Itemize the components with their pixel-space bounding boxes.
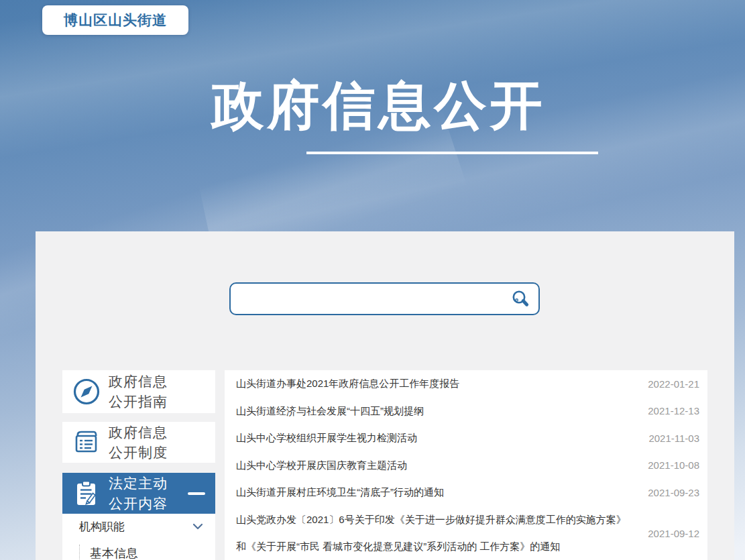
sidebar-item-label: 法定主动 公开内容 [109, 473, 168, 514]
page-background: 博山区山头街道 政府信息公开 [0, 0, 745, 560]
search-box [229, 282, 540, 315]
compass-icon [72, 377, 101, 406]
sidebar-subpanel: 机构职能 基本信息 [62, 514, 215, 560]
list-item-title[interactable]: 山头街道经济与社会发展“十四五”规划提纲 [236, 398, 648, 425]
content-panel: 政府信息 公开指南 [36, 231, 734, 560]
search-icon [510, 289, 530, 309]
sidebar-subitem-basic-info[interactable]: 基本信息 [79, 545, 138, 560]
chevron-down-icon [192, 523, 203, 530]
article-list: 山头街道办事处2021年政府信息公开工作年度报告 2022-01-21 山头街道… [225, 370, 707, 560]
list-item-title[interactable]: 山头中心学校开展庆国庆教育主题活动 [236, 452, 648, 479]
sidebar-item-label: 政府信息 公开制度 [109, 423, 168, 463]
list-item[interactable]: 山头中心学校开展庆国庆教育主题活动 2021-10-08 [225, 452, 707, 480]
site-badge[interactable]: 博山区山头街道 [42, 5, 188, 35]
site-badge-label: 博山区山头街道 [64, 11, 167, 30]
minus-icon [188, 492, 205, 495]
list-item[interactable]: 山头中心学校组织开展学生视力检测活动 2021-11-03 [225, 425, 707, 452]
list-item-title[interactable]: 山头街道开展村庄环境卫生“清底子”行动的通知 [236, 479, 648, 506]
list-item-date: 2021-09-23 [648, 487, 699, 498]
list-item-date: 2022-01-21 [648, 378, 699, 390]
sidebar-item-gov-info-system[interactable]: 政府信息 公开制度 [62, 422, 215, 463]
ledger-icon [72, 428, 101, 457]
list-item-title[interactable]: 山头中心学校组织开展学生视力检测活动 [236, 425, 648, 451]
sidebar-subitem-label: 基本信息 [90, 545, 138, 560]
list-item[interactable]: 山头街道办事处2021年政府信息公开工作年度报告 2022-01-21 [225, 370, 707, 398]
sidebar-subitem-label: 机构职能 [79, 519, 125, 535]
sidebar-item-label: 政府信息 公开指南 [109, 372, 168, 412]
list-item-title[interactable]: 山头街道办事处2021年政府信息公开工作年度报告 [236, 370, 648, 397]
list-item-date: 2021-12-13 [648, 405, 699, 416]
list-item[interactable]: 山头街道经济与社会发展“十四五”规划提纲 2021-12-13 [225, 398, 707, 425]
title-underline [306, 152, 598, 154]
sidebar-item-gov-info-guide[interactable]: 政府信息 公开指南 [62, 370, 215, 413]
page-title: 政府信息公开 [6, 71, 745, 142]
list-item[interactable]: 山头党政办发〔2021〕6号关于印发《关于进一步做好提升群众满意度工作的实施方案… [225, 506, 707, 560]
clipboard-pen-icon [72, 479, 101, 508]
search-input[interactable] [231, 284, 510, 314]
sidebar-item-statutory-disclosure[interactable]: 法定主动 公开内容 [62, 473, 215, 514]
list-item-title[interactable]: 山头党政办发〔2021〕6号关于印发《关于进一步做好提升群众满意度工作的实施方案… [236, 506, 648, 560]
sidebar-subitem-org-functions[interactable]: 机构职能 [62, 514, 215, 539]
list-item-date: 2021-10-08 [648, 459, 699, 471]
list-item[interactable]: 山头街道开展村庄环境卫生“清底子”行动的通知 2021-09-23 [225, 479, 707, 506]
list-item-date: 2021-09-12 [648, 528, 699, 539]
list-item-date: 2021-11-03 [648, 433, 699, 444]
search-button[interactable] [510, 289, 538, 309]
